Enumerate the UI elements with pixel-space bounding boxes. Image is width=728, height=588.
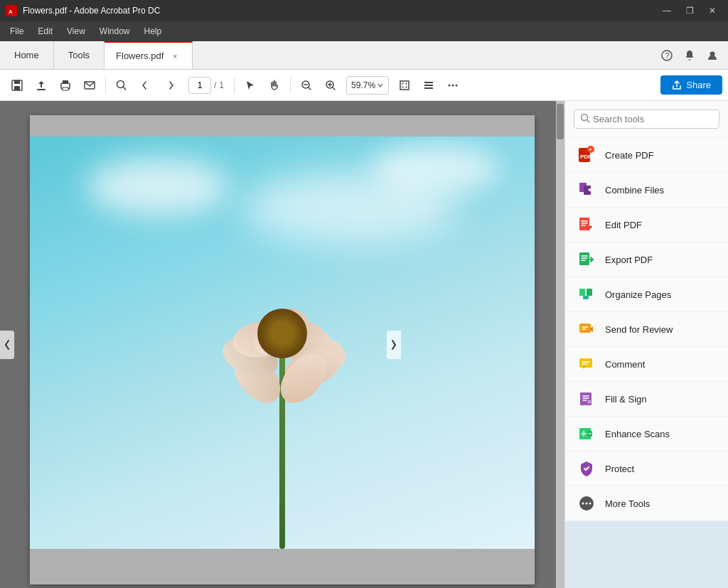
tool-create-pdf[interactable]: PDF+ Create PDF	[565, 138, 728, 173]
vertical-scrollbar[interactable]	[556, 101, 564, 588]
upload-icon	[35, 79, 48, 92]
tool-send-for-review[interactable]: Send for Review	[565, 312, 728, 347]
notifications-button[interactable]	[680, 46, 700, 65]
comment-icon	[577, 354, 596, 374]
organize-pages-icon	[577, 284, 596, 304]
prev-page-icon	[141, 80, 151, 90]
pdf-next-nav[interactable]	[387, 331, 401, 359]
cloud-1	[87, 158, 229, 215]
help-icon: ?	[661, 50, 673, 61]
scrollbar-thumb[interactable]	[557, 104, 564, 139]
chevron-down-icon	[377, 82, 384, 89]
search-button[interactable]	[110, 74, 133, 97]
fit-page-button[interactable]	[393, 74, 416, 97]
zoom-in-button[interactable]	[319, 74, 342, 97]
svg-rect-10	[63, 80, 68, 84]
fill-sign-icon	[577, 389, 596, 409]
share-label: Share	[686, 80, 711, 90]
close-button[interactable]: ✕	[702, 3, 722, 18]
svg-rect-24	[424, 85, 433, 86]
svg-rect-23	[424, 82, 433, 83]
next-page-button[interactable]	[159, 74, 181, 97]
svg-text:+: +	[589, 146, 592, 153]
separator-1	[105, 77, 106, 94]
tab-close-button[interactable]: ×	[169, 50, 181, 62]
tool-combine-files[interactable]: Combine Files	[565, 173, 728, 208]
print-button[interactable]	[54, 74, 77, 97]
minimize-button[interactable]: —	[657, 3, 677, 18]
menu-window[interactable]: Window	[92, 23, 137, 39]
email-button[interactable]	[78, 74, 101, 97]
upload-button[interactable]	[30, 74, 53, 97]
svg-rect-25	[424, 87, 433, 89]
share-icon	[672, 80, 682, 90]
select-tool-button[interactable]	[239, 74, 262, 97]
svg-rect-8	[37, 89, 46, 90]
tool-review-label: Send for Review	[605, 324, 673, 335]
tab-tools-label: Tools	[68, 50, 90, 60]
tool-export-label: Export PDF	[605, 255, 653, 265]
pdf-header-bar	[30, 115, 535, 137]
profile-button[interactable]	[702, 46, 722, 65]
svg-rect-44	[580, 392, 592, 405]
page-separator: /	[214, 80, 216, 90]
zoom-selector[interactable]: 59.7%	[346, 76, 389, 95]
next-page-icon	[165, 80, 175, 90]
ellipsis-icon	[447, 80, 459, 91]
email-icon	[83, 79, 96, 92]
tool-enhance-scans[interactable]: Enhance Scans	[565, 417, 728, 451]
search-tools-input[interactable]	[593, 114, 713, 124]
pdf-prev-nav[interactable]	[0, 331, 14, 359]
svg-line-30	[587, 120, 590, 123]
tab-file[interactable]: Flowers.pdf ×	[105, 41, 193, 69]
title-bar: A Flowers.pdf - Adobe Acrobat Pro DC — ❐…	[0, 0, 728, 21]
menu-edit[interactable]: Edit	[31, 23, 60, 39]
tool-organize-pages[interactable]: Organize Pages	[565, 277, 728, 312]
tool-protect[interactable]: Protect	[565, 451, 728, 486]
tool-export-pdf[interactable]: Export PDF	[565, 242, 728, 277]
tab-home-label: Home	[14, 50, 39, 60]
svg-point-49	[586, 503, 588, 505]
maximize-button[interactable]: ❐	[680, 3, 700, 18]
more-tools-icon	[577, 493, 596, 513]
account-icon	[707, 50, 718, 61]
scroll-mode-button[interactable]	[417, 74, 440, 97]
prev-page-button[interactable]	[134, 74, 157, 97]
save-button[interactable]	[6, 74, 28, 97]
svg-point-27	[452, 84, 454, 86]
tool-more-tools[interactable]: More Tools	[565, 486, 728, 521]
svg-point-26	[449, 84, 451, 86]
tab-bar-actions: ?	[657, 41, 728, 69]
tool-edit-label: Edit PDF	[605, 220, 642, 230]
right-panel-bottom	[565, 521, 728, 588]
save-icon	[11, 79, 23, 92]
tool-comment[interactable]: Comment	[565, 347, 728, 382]
menu-file[interactable]: File	[3, 23, 31, 39]
tool-fill-sign[interactable]: Fill & Sign	[565, 382, 728, 417]
svg-line-14	[123, 87, 126, 90]
tab-home[interactable]: Home	[0, 41, 54, 69]
page-number-input[interactable]: 1	[188, 77, 211, 94]
separator-2	[234, 77, 235, 94]
pdf-image	[30, 137, 535, 549]
search-tools-wrap	[574, 109, 719, 129]
more-tools-button[interactable]	[441, 74, 464, 97]
svg-point-28	[456, 84, 458, 86]
svg-rect-43	[579, 358, 592, 368]
share-button[interactable]: Share	[660, 75, 722, 95]
bell-icon	[684, 50, 695, 61]
hand-tool-button[interactable]	[263, 74, 286, 97]
menu-view[interactable]: View	[60, 23, 92, 39]
svg-rect-42	[579, 324, 591, 333]
tab-tools[interactable]: Tools	[54, 41, 105, 69]
app-icon: A	[6, 5, 17, 16]
menu-help[interactable]: Help	[137, 23, 169, 39]
scroll-icon	[423, 80, 434, 91]
pdf-footer-bar	[30, 549, 535, 584]
svg-point-50	[589, 503, 592, 505]
create-pdf-icon: PDF+	[577, 145, 596, 165]
zoom-out-button[interactable]	[295, 74, 318, 97]
send-for-review-icon	[577, 319, 596, 339]
tool-edit-pdf[interactable]: Edit PDF	[565, 208, 728, 242]
help-button[interactable]: ?	[657, 46, 677, 65]
